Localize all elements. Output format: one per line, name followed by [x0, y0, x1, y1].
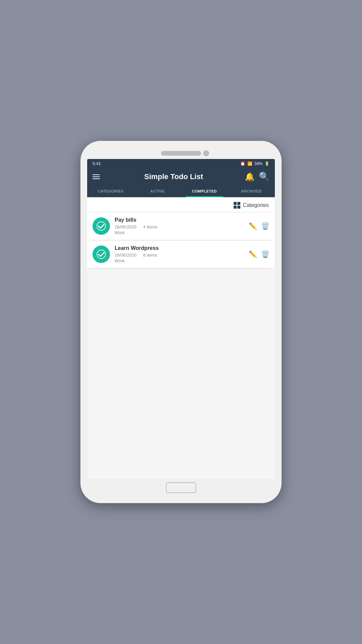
checkmark-icon-2	[97, 250, 106, 259]
item-title-1: Pay bills	[115, 217, 244, 223]
item-meta-1: 28/06/2020 4 items	[115, 224, 244, 229]
app-bar: Simple Todo List 🔔 🔍	[87, 168, 275, 185]
phone-shell: 5:41 ⏰ 📶 34% 🔋 Simple Todo List 🔔 🔍	[80, 141, 282, 503]
app-title: Simple Todo List	[107, 172, 241, 181]
filter-row: Categories	[87, 197, 275, 212]
tab-archived[interactable]: ARCHIVED	[228, 185, 275, 197]
home-button[interactable]	[166, 482, 196, 493]
item-info-2: Learn Wordpress 28/06/2020 8 items Work	[115, 245, 244, 263]
checkmark-icon-1	[97, 221, 106, 231]
tab-completed[interactable]: COMPLETED	[181, 185, 228, 197]
item-date-2: 28/06/2020	[115, 253, 136, 258]
divider-bottom	[92, 268, 270, 269]
completed-check-1[interactable]	[93, 217, 110, 235]
grid-icon[interactable]	[234, 202, 240, 209]
item-category-2: Work	[115, 258, 244, 263]
battery-icon: 🔋	[264, 161, 269, 166]
edit-icon-1[interactable]: ✏️	[249, 222, 257, 230]
signal-icon: 📶	[247, 161, 252, 166]
item-count-2: 8 items	[143, 253, 157, 258]
item-count-1: 4 items	[143, 224, 157, 229]
alarm-icon: ⏰	[240, 161, 245, 166]
status-time: 5:41	[93, 161, 101, 166]
phone-screen: 5:41 ⏰ 📶 34% 🔋 Simple Todo List 🔔 🔍	[87, 159, 275, 479]
completed-check-2[interactable]	[93, 246, 110, 263]
categories-filter-label[interactable]: Categories	[243, 202, 269, 208]
item-actions-1: ✏️ 🗑️	[249, 222, 269, 230]
content-area: Categories Pay bills 28/06/2020 4 items	[87, 197, 275, 479]
item-category-1: Work	[115, 230, 244, 235]
edit-icon-2[interactable]: ✏️	[249, 250, 257, 258]
tabs-bar: CATEGORIES ACTIVE COMPLETED ARCHIVED	[87, 185, 275, 197]
delete-icon-1[interactable]: 🗑️	[261, 222, 269, 230]
search-icon[interactable]: 🔍	[259, 171, 269, 182]
menu-icon[interactable]	[93, 174, 100, 179]
item-title-2: Learn Wordpress	[115, 245, 244, 251]
list-item: Pay bills 28/06/2020 4 items Work ✏️ 🗑️	[87, 212, 275, 240]
status-right: ⏰ 📶 34% 🔋	[240, 161, 269, 166]
item-info-1: Pay bills 28/06/2020 4 items Work	[115, 217, 244, 235]
battery-label: 34%	[254, 161, 262, 166]
status-bar: 5:41 ⏰ 📶 34% 🔋	[87, 159, 275, 168]
delete-icon-2[interactable]: 🗑️	[261, 250, 269, 258]
list-item: Learn Wordpress 28/06/2020 8 items Work …	[87, 240, 275, 268]
item-actions-2: ✏️ 🗑️	[249, 250, 269, 258]
item-meta-2: 28/06/2020 8 items	[115, 253, 244, 258]
tab-active[interactable]: ACTIVE	[134, 185, 181, 197]
item-date-1: 28/06/2020	[115, 224, 136, 229]
tab-categories[interactable]: CATEGORIES	[87, 185, 134, 197]
notification-icon[interactable]: 🔔	[245, 172, 255, 181]
phone-speaker	[161, 151, 201, 156]
